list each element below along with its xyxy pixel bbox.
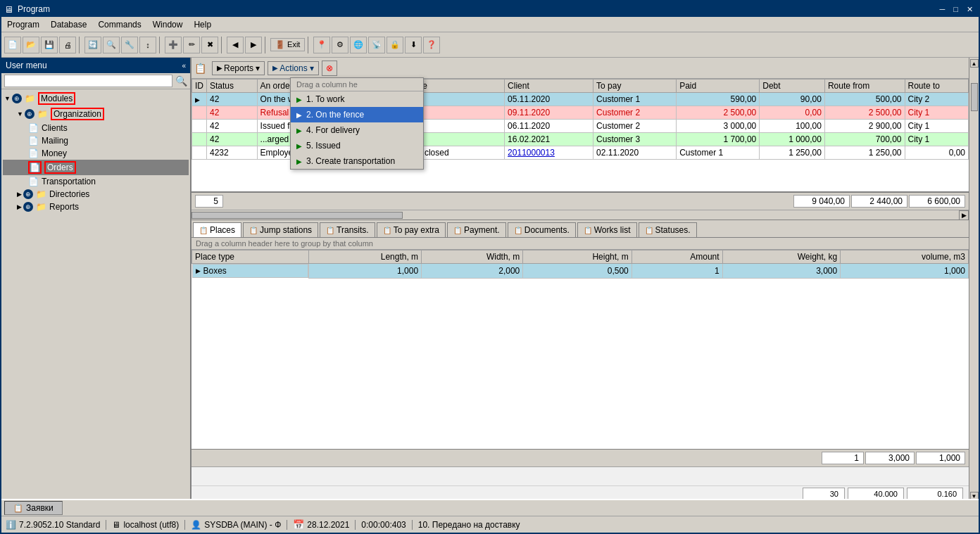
rss-btn[interactable]: 📡 <box>368 37 385 53</box>
tab-places[interactable]: 📋 Places <box>193 222 241 237</box>
col-volume[interactable]: volume, m3 <box>841 250 969 264</box>
tree-item-transportation[interactable]: 📄 Transportation <box>3 175 189 188</box>
col-weight[interactable]: Weight, kg <box>722 250 841 264</box>
scroll-up-btn[interactable]: ▲ <box>970 59 979 68</box>
col-status[interactable]: Status <box>207 80 258 93</box>
menu-window[interactable]: Window <box>147 18 189 31</box>
transits-label: Transits. <box>337 225 369 235</box>
next-btn[interactable]: ▶ <box>245 37 262 53</box>
search-btn[interactable]: 🔍 <box>103 37 120 53</box>
col-height[interactable]: Height, m <box>523 250 632 264</box>
maximize-button[interactable]: □ <box>950 5 961 14</box>
summary-count: 5 <box>195 195 223 208</box>
item-label-1: 1. To work <box>306 94 344 104</box>
secondary-toolbar: 📋 ▶ Reports ▾ ▶ Actions ▾ ⊗ Drag a colum… <box>191 58 969 79</box>
globe-btn[interactable]: 🌐 <box>350 37 367 53</box>
new-btn[interactable]: 📄 <box>4 37 21 53</box>
status-time: 0:00:00:403 <box>361 520 412 530</box>
col-route-to[interactable]: Route to <box>905 80 968 93</box>
taskbar-label: Заявки <box>26 503 54 513</box>
tab-documents[interactable]: 📋 Documents. <box>508 222 576 237</box>
settings-btn[interactable]: ⚙ <box>332 37 348 53</box>
bottom-summary: 1 3,000 1,000 <box>191 449 969 466</box>
tab-statuses[interactable]: 📋 Statuses. <box>639 222 697 237</box>
col-id[interactable]: ID <box>192 80 207 93</box>
menu-bar: Program Database Commands Window Help <box>1 17 979 32</box>
tab-jump-stations[interactable]: 📋 Jump stations <box>243 222 318 237</box>
col-route-from[interactable]: Route from <box>824 80 905 93</box>
summary-debt: 6 600,00 <box>909 195 965 208</box>
delete-btn[interactable]: ✖ <box>201 37 218 53</box>
question-btn[interactable]: ❓ <box>423 37 440 53</box>
dropdown-header: Drag a column he <box>291 78 423 91</box>
prev-btn[interactable]: ◀ <box>227 37 244 53</box>
col-to-pay[interactable]: To pay <box>593 80 677 93</box>
tree-item-money[interactable]: 📄 Money <box>3 147 189 160</box>
sort-btn[interactable]: ↕ <box>139 37 156 53</box>
status-version: 7.2.9052.10 Standard <box>19 520 106 530</box>
bottom-table-row[interactable]: ▶ Boxes 1,000 2,000 0,500 1 3,000 1,000 <box>192 264 969 279</box>
jump-icon: 📋 <box>249 227 258 234</box>
col-length[interactable]: Length, m <box>309 250 422 264</box>
places-table: Place type Length, m Width, m Height, m … <box>191 250 969 279</box>
actions-label: Actions ▾ <box>279 63 314 73</box>
summary-paid: 2 440,00 <box>851 195 907 208</box>
exit-button[interactable]: 🚪 Exit <box>270 38 305 51</box>
dropdown-item-create-transport[interactable]: ▶ 3. Create transportation <box>291 153 423 169</box>
bottom-table-scroll[interactable]: Place type Length, m Width, m Height, m … <box>191 250 969 449</box>
search-icon[interactable]: 🔍 <box>175 75 187 87</box>
minimize-button[interactable]: ─ <box>937 5 948 14</box>
stop-button[interactable]: ⊗ <box>322 61 337 76</box>
clients-label: Clients <box>42 123 68 133</box>
tree-item-reports[interactable]: ▶ ⊕ 📁 Reports <box>3 201 189 213</box>
bottom-sum-amount: 1 <box>822 452 864 464</box>
location-btn[interactable]: 📍 <box>313 37 330 53</box>
dropdown-item-on-fence[interactable]: ▶ 2. On the fence <box>291 107 423 122</box>
print-btn[interactable]: 🖨 <box>59 37 76 53</box>
col-amount[interactable]: Amount <box>632 250 722 264</box>
tab-to-pay-extra[interactable]: 📋 To pay extra <box>377 222 446 237</box>
refresh-btn[interactable]: 🔄 <box>84 37 101 53</box>
tree-item-orders[interactable]: 📄 Orders <box>3 160 189 175</box>
mailing-label: Mailing <box>42 136 68 146</box>
taskbar-item-orders[interactable]: 📋 Заявки <box>4 501 63 515</box>
menu-help[interactable]: Help <box>188 18 217 31</box>
tree-item-mailing[interactable]: 📄 Mailing <box>3 134 189 147</box>
col-width[interactable]: Width, m <box>422 250 523 264</box>
col-paid[interactable]: Paid <box>677 80 760 93</box>
tree-item-organization[interactable]: ▼ ⊕ 📁 Organization <box>3 106 189 122</box>
dropdown-item-to-work[interactable]: ▶ 1. To work <box>291 91 423 107</box>
tree-item-clients[interactable]: 📄 Clients <box>3 122 189 134</box>
menu-database[interactable]: Database <box>45 18 92 31</box>
add-btn[interactable]: ➕ <box>165 37 182 53</box>
h-scrollbar[interactable]: ▶ <box>191 210 969 220</box>
tree-item-modules[interactable]: ▼ ⊕ 📁 Modules <box>3 91 189 106</box>
col-client[interactable]: Client <box>505 80 593 93</box>
edit-btn[interactable]: ✏ <box>183 37 200 53</box>
tab-payment[interactable]: 📋 Payment. <box>447 222 506 237</box>
panel-collapse-btn[interactable]: « <box>182 62 186 70</box>
tab-works-list[interactable]: 📋 Works list <box>577 222 637 237</box>
jump-label: Jump stations <box>260 225 312 235</box>
places-icon: 📋 <box>199 227 208 234</box>
col-debt[interactable]: Debt <box>760 80 825 93</box>
tree-area: ▼ ⊕ 📁 Modules ▼ ⊕ 📁 Organization 📄 Clien… <box>1 89 190 502</box>
filter-btn[interactable]: 🔧 <box>121 37 138 53</box>
reports-button[interactable]: ▶ Reports ▾ <box>212 61 265 75</box>
menu-program[interactable]: Program <box>1 18 45 31</box>
open-btn[interactable]: 📂 <box>23 37 39 53</box>
tree-item-directories[interactable]: ▶ ⊕ 📁 Directories <box>3 188 189 201</box>
scroll-right-btn[interactable]: ▶ <box>959 210 969 220</box>
dropdown-item-for-delivery[interactable]: ▶ 4. For delivery <box>291 122 423 138</box>
search-input[interactable] <box>4 75 172 87</box>
right-scrollbar[interactable]: ▲ ▼ <box>969 58 979 502</box>
close-button[interactable]: ✕ <box>964 5 976 14</box>
lock-btn[interactable]: 🔒 <box>387 37 403 53</box>
save-btn[interactable]: 💾 <box>41 37 58 53</box>
actions-button[interactable]: ▶ Actions ▾ <box>268 61 319 75</box>
dropdown-item-issued[interactable]: ▶ 5. Issued <box>291 138 423 153</box>
tab-transits[interactable]: 📋 Transits. <box>320 222 375 237</box>
menu-commands[interactable]: Commands <box>92 18 146 31</box>
col-place-type[interactable]: Place type <box>192 250 309 264</box>
download-btn[interactable]: ⬇ <box>405 37 422 53</box>
